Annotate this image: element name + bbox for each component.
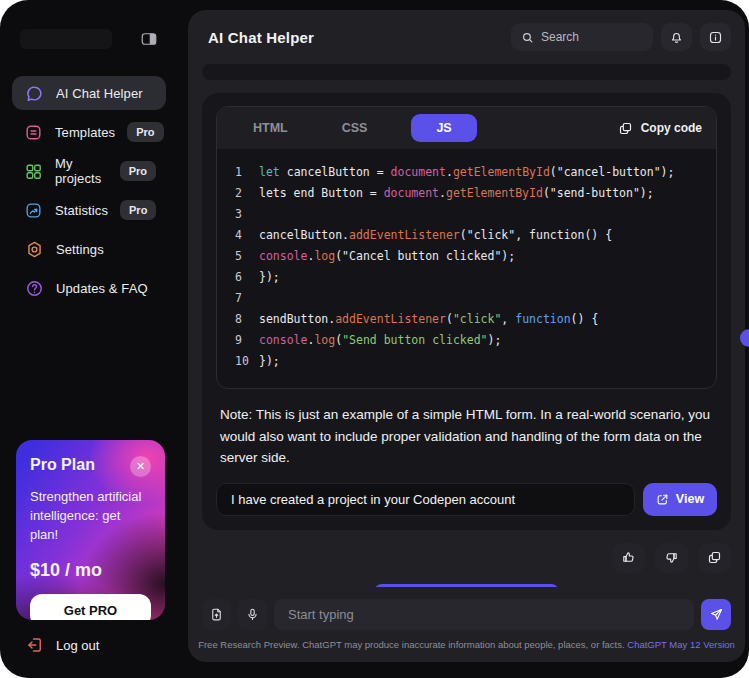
info-square-icon [708, 30, 723, 45]
code-line: 5 console.log("Cancel button clicked"); [217, 246, 704, 267]
app-frame: AI Chat Helper Templates Pro My projects… [0, 0, 749, 678]
sidebar-item-my-projects[interactable]: My projects Pro [12, 154, 166, 188]
logout-button[interactable]: Log out [18, 632, 107, 658]
send-button[interactable] [701, 599, 731, 630]
code-line: 3 [217, 204, 704, 225]
line-number: 5 [217, 246, 259, 267]
assistant-note-text: Note: This is just an example of a simpl… [220, 404, 713, 469]
code-text: }); [259, 351, 280, 372]
code-text: cancelButton.addEventListener("click", f… [259, 225, 612, 246]
version-link[interactable]: ChatGPT May 12 Version [627, 639, 735, 650]
main-header: AI Chat Helper [188, 10, 745, 58]
feedback-row [202, 543, 731, 573]
chat-icon [24, 83, 44, 103]
line-number: 3 [217, 204, 259, 225]
line-number: 6 [217, 267, 259, 288]
notifications-button[interactable] [661, 23, 692, 51]
code-line: 10 }); [217, 351, 704, 372]
code-tab-js[interactable]: JS [411, 114, 476, 142]
sidebar-item-statistics[interactable]: Statistics Pro [12, 193, 166, 227]
logout-icon [26, 636, 44, 654]
attach-file-button[interactable] [202, 599, 231, 630]
disclaimer-text: Free Research Preview. ChatGPT may produ… [198, 639, 627, 650]
thumbs-up-icon [621, 550, 636, 565]
sidebar-nav: AI Chat Helper Templates Pro My projects… [12, 76, 166, 305]
line-number: 9 [217, 330, 259, 351]
pro-plan-description: Strengthen artificial intelligence: get … [30, 487, 151, 544]
sidebar-item-label: AI Chat Helper [56, 86, 143, 101]
pro-plan-card: Pro Plan ✕ Strengthen artificial intelli… [16, 440, 165, 620]
code-text: console.log("Send button clicked"); [259, 330, 501, 351]
pro-plan-close-button[interactable]: ✕ [130, 456, 151, 477]
external-link-icon [656, 493, 669, 506]
code-line: 4 cancelButton.addEventListener("click",… [217, 225, 704, 246]
close-icon: ✕ [136, 461, 145, 472]
code-tab-html[interactable]: HTML [243, 115, 298, 141]
copy-icon [707, 550, 722, 565]
codepen-result-field[interactable]: I have created a project in your Codepen… [216, 483, 635, 516]
code-line: 2 lets end Button = document.getElementB… [217, 183, 704, 204]
search-input[interactable] [541, 30, 643, 44]
sidebar-item-ai-chat-helper[interactable]: AI Chat Helper [12, 76, 166, 110]
pro-badge: Pro [120, 161, 156, 181]
code-text: }); [259, 267, 280, 288]
copy-response-button[interactable] [698, 543, 731, 573]
main-panel: AI Chat Helper [188, 10, 745, 662]
page-title: AI Chat Helper [208, 29, 314, 46]
code-line: 9 console.log("Send button clicked"); [217, 330, 704, 351]
thumbs-down-button[interactable] [655, 543, 688, 573]
code-line: 1 let cancelButton = document.getElement… [217, 162, 704, 183]
sidebar-item-templates[interactable]: Templates Pro [12, 115, 166, 149]
code-text: console.log("Cancel button clicked"); [259, 246, 515, 267]
logout-label: Log out [56, 638, 99, 653]
footer-disclaimer: Free Research Preview. ChatGPT may produ… [188, 630, 745, 662]
code-tab-css[interactable]: CSS [332, 115, 378, 141]
question-icon [24, 278, 44, 298]
sidebar-item-settings[interactable]: Settings [12, 232, 166, 266]
assistant-message-bubble: HTML CSS JS Copy code 1 let can [202, 93, 731, 530]
sidebar-item-label: Statistics [55, 203, 108, 218]
get-pro-button[interactable]: Get PRO [30, 594, 151, 620]
sidebar: AI Chat Helper Templates Pro My projects… [0, 0, 178, 678]
view-button-label: View [676, 492, 704, 506]
pro-plan-price: $10 / mo [30, 560, 151, 581]
code-tabs-bar: HTML CSS JS Copy code [217, 107, 716, 149]
chat-area: HTML CSS JS Copy code 1 let can [188, 58, 745, 587]
line-number: 4 [217, 225, 259, 246]
line-number: 1 [217, 162, 259, 183]
line-number: 10 [217, 351, 259, 372]
pro-badge: Pro [120, 200, 156, 220]
code-editor: 1 let cancelButton = document.getElement… [217, 149, 716, 388]
info-button[interactable] [700, 23, 731, 51]
code-line: 6 }); [217, 267, 704, 288]
sidebar-toggle-button[interactable] [136, 28, 162, 50]
line-number: 7 [217, 288, 259, 309]
sidebar-item-updates-faq[interactable]: Updates & FAQ [12, 271, 166, 305]
bell-icon [669, 30, 684, 45]
file-upload-icon [209, 607, 224, 622]
search-box[interactable] [511, 23, 653, 51]
codepen-result-row: I have created a project in your Codepen… [216, 483, 717, 516]
code-text: lets end Button = document.getElementByI… [259, 183, 654, 204]
sidebar-toggle-icon [139, 30, 159, 48]
view-button[interactable]: View [643, 483, 717, 516]
copy-icon [618, 121, 633, 136]
copy-code-label: Copy code [641, 121, 702, 135]
code-text: sendButton.addEventListener("click", fun… [259, 309, 598, 330]
previous-message-partial [202, 64, 731, 80]
copy-code-button[interactable]: Copy code [618, 121, 702, 136]
logo [20, 29, 112, 49]
microphone-icon [245, 607, 260, 622]
thumbs-down-icon [664, 550, 679, 565]
statistics-icon [24, 200, 43, 220]
message-input[interactable] [274, 599, 694, 630]
thumbs-up-button[interactable] [612, 543, 645, 573]
line-number: 2 [217, 183, 259, 204]
settings-icon [24, 239, 44, 259]
templates-icon [24, 122, 43, 142]
sidebar-item-label: Templates [55, 125, 115, 140]
code-line: 8 sendButton.addEventListener("click", f… [217, 309, 704, 330]
sidebar-item-label: Settings [56, 242, 104, 257]
microphone-button[interactable] [238, 599, 267, 630]
sidebar-item-label: Updates & FAQ [56, 281, 148, 296]
